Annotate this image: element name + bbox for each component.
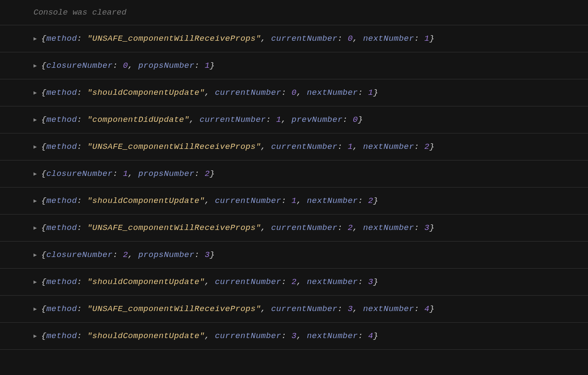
object-string-value: "componentDidUpdate" — [87, 115, 189, 124]
console-log-row[interactable]: ▶{method: "UNSAFE_componentWillReceivePr… — [0, 214, 588, 241]
object-key: currentNumber — [271, 34, 338, 43]
object-key: method — [46, 34, 77, 43]
expand-arrow-icon[interactable]: ▶ — [33, 333, 37, 339]
object-string-value: "UNSAFE_componentWillReceiveProps" — [87, 142, 261, 151]
object-key: nextNumber — [307, 331, 358, 341]
console-log-row[interactable]: ▶{method: "UNSAFE_componentWillReceivePr… — [0, 295, 588, 322]
expand-arrow-icon[interactable]: ▶ — [33, 116, 37, 123]
object-string-value: "UNSAFE_componentWillReceiveProps" — [87, 304, 261, 314]
object-number-value: 0 — [353, 115, 358, 124]
object-key: method — [46, 331, 77, 341]
object-number-value: 1 — [424, 34, 430, 43]
console-log-row[interactable]: ▶{method: "componentDidUpdate", currentN… — [0, 106, 588, 133]
object-key: currentNumber — [215, 196, 282, 206]
expand-arrow-icon[interactable]: ▶ — [33, 251, 37, 258]
expand-arrow-icon[interactable]: ▶ — [33, 143, 37, 150]
object-number-value: 2 — [123, 250, 128, 260]
console-log-row[interactable]: ▶{method: "UNSAFE_componentWillReceivePr… — [0, 25, 588, 52]
object-key: propsNumber — [138, 250, 194, 260]
object-key: currentNumber — [200, 115, 266, 124]
console-panel: Console was cleared ▶{method: "UNSAFE_co… — [0, 0, 588, 350]
console-log-row[interactable]: ▶{closureNumber: 2, propsNumber: 3} — [0, 241, 588, 268]
object-number-value: 1 — [348, 142, 353, 151]
object-number-value: 1 — [276, 115, 282, 124]
expand-arrow-icon[interactable]: ▶ — [33, 170, 37, 177]
console-log-row[interactable]: ▶{method: "shouldComponentUpdate", curre… — [0, 268, 588, 295]
object-number-value: 3 — [368, 277, 373, 287]
object-key: nextNumber — [363, 142, 414, 151]
object-key: currentNumber — [215, 277, 282, 287]
object-number-value: 1 — [368, 88, 373, 97]
log-object: {method: "UNSAFE_componentWillReceivePro… — [41, 34, 435, 43]
object-key: prevNumber — [291, 115, 342, 124]
expand-arrow-icon[interactable]: ▶ — [33, 305, 37, 312]
object-key: nextNumber — [363, 304, 414, 314]
object-number-value: 1 — [205, 61, 210, 70]
log-object: {method: "shouldComponentUpdate", curren… — [41, 277, 379, 287]
object-number-value: 1 — [291, 196, 297, 206]
object-key: closureNumber — [46, 250, 113, 260]
object-number-value: 0 — [291, 88, 297, 97]
log-object: {method: "UNSAFE_componentWillReceivePro… — [41, 142, 435, 151]
object-number-value: 4 — [424, 304, 430, 314]
console-log-row[interactable]: ▶{method: "shouldComponentUpdate", curre… — [0, 322, 588, 350]
object-key: closureNumber — [46, 169, 113, 178]
object-key: currentNumber — [271, 304, 338, 314]
object-key: propsNumber — [138, 169, 194, 178]
object-key: currentNumber — [271, 223, 338, 233]
object-key: method — [46, 304, 77, 314]
cleared-text: Console was cleared — [33, 8, 127, 17]
object-key: method — [46, 115, 77, 124]
expand-arrow-icon[interactable]: ▶ — [33, 62, 37, 69]
object-number-value: 1 — [123, 169, 128, 178]
object-number-value: 0 — [348, 34, 353, 43]
object-key: nextNumber — [363, 34, 414, 43]
object-string-value: "shouldComponentUpdate" — [87, 88, 205, 97]
object-key: nextNumber — [307, 196, 358, 206]
object-number-value: 2 — [205, 169, 210, 178]
console-log-row[interactable]: ▶{closureNumber: 1, propsNumber: 2} — [0, 160, 588, 187]
object-number-value: 2 — [348, 223, 353, 233]
object-number-value: 4 — [368, 331, 373, 341]
object-key: nextNumber — [307, 88, 358, 97]
log-object: {closureNumber: 2, propsNumber: 3} — [41, 250, 215, 260]
object-key: propsNumber — [138, 61, 194, 70]
expand-arrow-icon[interactable]: ▶ — [33, 278, 37, 285]
object-string-value: "UNSAFE_componentWillReceiveProps" — [87, 223, 261, 233]
log-object: {method: "shouldComponentUpdate", curren… — [41, 196, 379, 206]
expand-arrow-icon[interactable]: ▶ — [33, 197, 37, 204]
object-number-value: 0 — [123, 61, 128, 70]
object-key: method — [46, 277, 77, 287]
object-key: currentNumber — [215, 88, 282, 97]
object-number-value: 3 — [348, 304, 353, 314]
object-key: currentNumber — [215, 331, 282, 341]
object-number-value: 3 — [291, 331, 297, 341]
object-number-value: 2 — [291, 277, 297, 287]
object-string-value: "shouldComponentUpdate" — [87, 331, 205, 341]
log-object: {method: "componentDidUpdate", currentNu… — [41, 115, 363, 124]
object-string-value: "shouldComponentUpdate" — [87, 277, 205, 287]
object-string-value: "shouldComponentUpdate" — [87, 196, 205, 206]
object-number-value: 2 — [368, 196, 373, 206]
expand-arrow-icon[interactable]: ▶ — [33, 89, 37, 96]
object-key: method — [46, 142, 77, 151]
log-object: {method: "UNSAFE_componentWillReceivePro… — [41, 223, 435, 233]
object-string-value: "UNSAFE_componentWillReceiveProps" — [87, 34, 261, 43]
console-log-row[interactable]: ▶{method: "UNSAFE_componentWillReceivePr… — [0, 133, 588, 160]
log-object: {closureNumber: 0, propsNumber: 1} — [41, 61, 215, 70]
object-key: method — [46, 223, 77, 233]
console-log-row[interactable]: ▶{method: "shouldComponentUpdate", curre… — [0, 79, 588, 106]
expand-arrow-icon[interactable]: ▶ — [33, 35, 37, 42]
console-log-row[interactable]: ▶{method: "shouldComponentUpdate", curre… — [0, 187, 588, 214]
object-key: method — [46, 196, 77, 206]
log-object: {closureNumber: 1, propsNumber: 2} — [41, 169, 215, 178]
object-number-value: 3 — [205, 250, 210, 260]
object-number-value: 2 — [424, 142, 430, 151]
log-object: {method: "UNSAFE_componentWillReceivePro… — [41, 304, 435, 314]
object-key: closureNumber — [46, 61, 113, 70]
object-key: nextNumber — [307, 277, 358, 287]
object-key: nextNumber — [363, 223, 414, 233]
expand-arrow-icon[interactable]: ▶ — [33, 224, 37, 231]
console-log-row[interactable]: ▶{closureNumber: 0, propsNumber: 1} — [0, 52, 588, 79]
object-key: method — [46, 88, 77, 97]
